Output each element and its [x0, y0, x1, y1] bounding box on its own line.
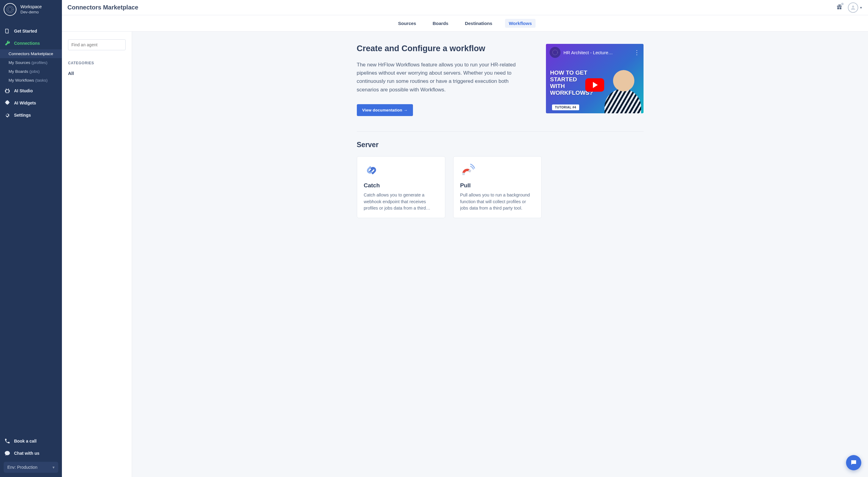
- card-title: Catch: [364, 182, 438, 189]
- tab-destinations[interactable]: Destinations: [461, 19, 496, 28]
- topbar: Connectors Marketplace ▾: [62, 0, 868, 15]
- card-title: Pull: [460, 182, 535, 189]
- link-icon: [364, 163, 379, 178]
- section-title: Server: [357, 141, 644, 149]
- workspace-switcher[interactable]: Workspace Dev-demo: [0, 0, 62, 19]
- wrench-icon: [4, 40, 10, 46]
- video-channel-logo: [550, 47, 561, 58]
- support-chat-fab[interactable]: [846, 455, 861, 470]
- chevron-down-icon: ▾: [53, 465, 55, 470]
- svg-point-2: [6, 89, 7, 90]
- whats-new-button[interactable]: [836, 4, 842, 11]
- svg-point-3: [8, 89, 8, 90]
- tab-boards[interactable]: Boards: [429, 19, 452, 28]
- sidebar: Workspace Dev-demo Get Started Connectio…: [0, 0, 62, 477]
- view-documentation-button[interactable]: View documentation →: [357, 104, 413, 116]
- category-all[interactable]: All: [68, 71, 126, 76]
- sidebar-item-my-sources[interactable]: My Sources (profiles): [0, 58, 62, 67]
- play-button[interactable]: [585, 78, 604, 92]
- sidebar-item-my-workflows[interactable]: My Workflows (tasks): [0, 76, 62, 85]
- intro-video[interactable]: HR Architect - Lecture… ⋮ HOW TO GET STA…: [546, 44, 644, 113]
- sidebar-item-label: Get Started: [14, 29, 37, 34]
- gear-icon: [4, 112, 10, 118]
- chat-icon: [4, 450, 10, 456]
- section-divider: [357, 131, 644, 132]
- sidebar-item-ai-widgets[interactable]: AI Widgets: [0, 97, 62, 109]
- intro-body: The new HrFlow Workflows feature allows …: [357, 61, 522, 94]
- svg-point-1: [8, 8, 12, 11]
- card-desc: Pull allows you to run a background func…: [460, 192, 535, 212]
- bottom-link-label: Book a call: [14, 439, 37, 443]
- tutorial-badge: TUTORIAL #4: [552, 104, 580, 110]
- magnet-icon: [460, 163, 475, 178]
- svg-point-0: [7, 6, 13, 13]
- kebab-icon[interactable]: ⋮: [634, 49, 640, 56]
- workflow-card-catch[interactable]: Catch Catch allows you to generate a web…: [357, 156, 445, 218]
- card-desc: Catch allows you to generate a webhook e…: [364, 192, 438, 212]
- sidebar-item-connectors-marketplace[interactable]: Connectors Marketplace: [0, 49, 62, 58]
- sidebar-item-my-boards[interactable]: My Boards (jobs): [0, 67, 62, 76]
- environment-label: Env: Production: [7, 465, 37, 470]
- tab-sources[interactable]: Sources: [394, 19, 420, 28]
- svg-point-4: [552, 50, 558, 55]
- workflow-card-pull[interactable]: Pull Pull allows you to run a background…: [453, 156, 542, 218]
- sidebar-item-settings[interactable]: Settings: [0, 109, 62, 121]
- sidebar-item-label: Connections: [14, 41, 40, 46]
- sidebar-item-label: Settings: [14, 113, 31, 117]
- sidebar-item-ai-studio[interactable]: AI Studio: [0, 85, 62, 97]
- book-a-call-link[interactable]: Book a call: [0, 435, 62, 447]
- notification-dot: [841, 3, 844, 5]
- chat-bubble-icon: [850, 459, 857, 466]
- sidebar-item-get-started[interactable]: Get Started: [0, 25, 62, 37]
- categories-heading: CATEGORIES: [68, 61, 126, 65]
- search-input-wrap[interactable]: [68, 39, 126, 50]
- workspace-label: Workspace: [21, 4, 42, 9]
- workspace-logo: [4, 3, 17, 16]
- server-section: Server Catch Catch allows you to generat…: [357, 141, 644, 218]
- android-icon: [4, 88, 10, 94]
- user-avatar[interactable]: [848, 2, 858, 13]
- user-icon: [850, 5, 856, 11]
- tab-workflows[interactable]: Workflows: [505, 19, 535, 28]
- video-presenter-illustration: [604, 68, 641, 113]
- sidebar-item-label: AI Widgets: [14, 101, 36, 105]
- book-icon: [4, 28, 10, 34]
- content: Create and Configure a workflow The new …: [132, 32, 868, 477]
- environment-selector[interactable]: Env: Production ▾: [4, 462, 58, 473]
- main: Connectors Marketplace ▾ Sources Boards …: [62, 0, 868, 477]
- sidebar-item-label: AI Studio: [14, 88, 33, 93]
- chevron-down-icon[interactable]: ▾: [860, 5, 862, 10]
- puzzle-icon: [4, 100, 10, 106]
- connections-subnav: Connectors Marketplace My Sources (profi…: [0, 49, 62, 85]
- bottom-link-label: Chat with us: [14, 451, 39, 456]
- sidebar-item-connections[interactable]: Connections: [0, 37, 62, 49]
- marketplace-tabs: Sources Boards Destinations Workflows: [62, 15, 868, 32]
- content-row: CATEGORIES All Create and Configure a wo…: [62, 32, 868, 477]
- intro-heading: Create and Configure a workflow: [357, 44, 534, 53]
- filter-pane: CATEGORIES All: [62, 32, 132, 477]
- chat-with-us-link[interactable]: Chat with us: [0, 447, 62, 459]
- sidebar-nav: Get Started Connections Connectors Marke…: [0, 25, 62, 121]
- phone-icon: [4, 438, 10, 444]
- search-input[interactable]: [71, 42, 122, 47]
- button-label: View documentation →: [362, 108, 408, 112]
- svg-rect-5: [462, 173, 465, 175]
- video-title: HR Architect - Lecture…: [564, 50, 631, 55]
- workspace-name: Dev-demo: [21, 10, 42, 15]
- page-title: Connectors Marketplace: [67, 4, 138, 11]
